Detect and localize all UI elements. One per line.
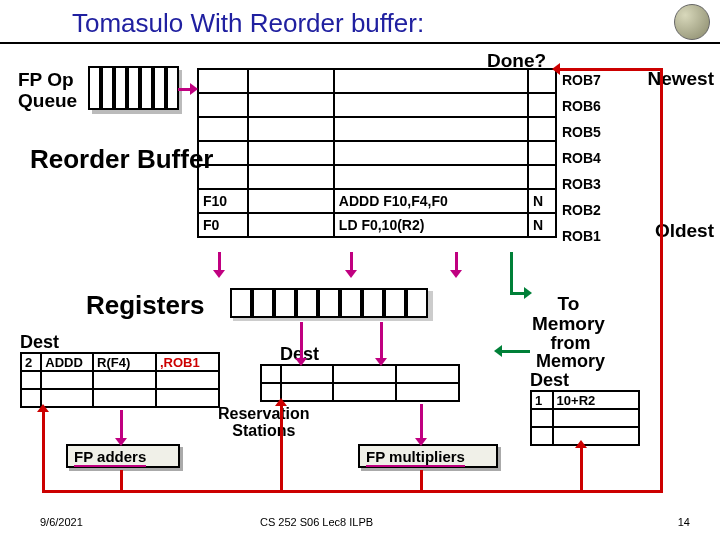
arrowhead-icon (415, 438, 427, 446)
page-title: Tomasulo With Reorder buffer: (72, 8, 424, 39)
cdb-bus-line (660, 68, 663, 493)
arrow-line (218, 252, 221, 272)
arrowhead-icon (450, 270, 462, 278)
arrow-line (120, 410, 123, 440)
arrowhead-icon (190, 83, 198, 95)
reservation-station-right: 110+R2 (530, 390, 640, 446)
arrowhead-icon (524, 287, 532, 299)
arrowhead-icon (275, 398, 287, 406)
arrow-line (380, 322, 383, 360)
reservation-station-mid (260, 364, 460, 402)
arrow-line-green (500, 350, 530, 353)
arrowhead-icon (345, 270, 357, 278)
cdb-bus-line (558, 68, 660, 71)
arrowhead-icon (375, 358, 387, 366)
arrowhead-icon (213, 270, 225, 278)
dest-label-left: Dest (20, 332, 59, 353)
arrowhead-icon (575, 440, 587, 448)
arrow-line (455, 252, 458, 272)
arrow-line (420, 404, 423, 440)
reservation-stations-label: ReservationStations (218, 406, 310, 440)
cdb-bus-line (120, 470, 123, 490)
rob-row (198, 141, 556, 165)
newest-label: Newest (647, 68, 714, 90)
dest-label-right: Dest (530, 370, 569, 391)
rob-row: F10ADDD F10,F4,F0N (198, 189, 556, 213)
cdb-bus-line (280, 404, 283, 490)
oldest-label: Oldest (655, 220, 714, 242)
footer-center: CS 252 S06 Lec8 ILPB (260, 516, 373, 528)
reservation-station-left: 2ADDDR(F4),ROB1 (20, 352, 220, 408)
registers-label: Registers (86, 290, 205, 321)
fp-op-queue-label: FP OpQueue (18, 70, 77, 112)
cdb-bus-line (42, 410, 45, 490)
footer-page-number: 14 (678, 516, 690, 528)
rob-row: F0LD F0,10(R2)N (198, 213, 556, 237)
fp-op-queue-box (88, 66, 178, 112)
rob-id-labels: ROB7 ROB6 ROB5 ROB4 ROB3 ROB2 ROB1 (562, 68, 601, 250)
cdb-bus-line (42, 490, 662, 493)
reorder-buffer-label: Reorder Buffer (30, 144, 213, 175)
title-underline (0, 42, 720, 44)
cdb-bus-line (420, 470, 423, 490)
rob-row (198, 93, 556, 117)
arrow-line (350, 252, 353, 272)
arrowhead-icon (115, 438, 127, 446)
cdb-bus-line (580, 446, 583, 490)
rob-row (198, 69, 556, 93)
rob-row (198, 117, 556, 141)
fp-adders-box: FP adders (66, 444, 180, 468)
logo-seal-icon (674, 4, 710, 40)
from-memory-label: fromMemory (536, 334, 605, 370)
arrow-line-green (510, 252, 513, 292)
reorder-buffer-table: F10ADDD F10,F4,F0N F0LD F0,10(R2)N (197, 68, 557, 238)
arrow-line (300, 322, 303, 360)
arrowhead-icon (552, 63, 560, 75)
arrowhead-icon (295, 358, 307, 366)
rob-row (198, 165, 556, 189)
arrowhead-icon (494, 345, 502, 357)
registers-box (230, 288, 430, 322)
to-memory-label: ToMemory (532, 294, 605, 334)
fp-multipliers-box: FP multipliers (358, 444, 498, 468)
arrowhead-icon (37, 404, 49, 412)
footer-date: 9/6/2021 (40, 516, 83, 528)
